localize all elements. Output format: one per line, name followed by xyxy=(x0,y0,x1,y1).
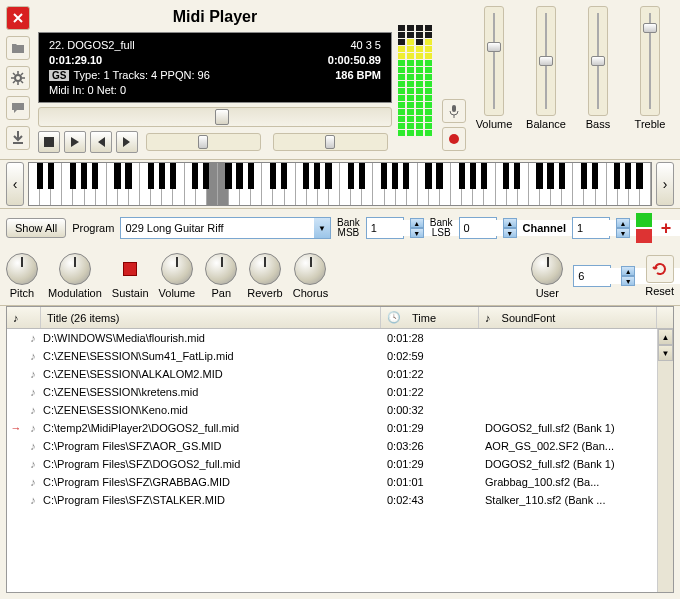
midi-info: Type: 1 Tracks: 4 PPQN: 96 xyxy=(73,69,209,81)
keyboard-scroll-left[interactable]: ‹ xyxy=(6,162,24,206)
indicator-red[interactable] xyxy=(636,229,652,243)
bpm: 186 BPM xyxy=(335,69,381,81)
playlist: ♪ Title (26 items) 🕓 Time ♪ SoundFont ♪D… xyxy=(6,306,674,593)
playlist-row[interactable]: ♪C:\Program Files\SFZ\AOR_GS.MID0:03:26A… xyxy=(7,437,657,455)
volume-slider[interactable] xyxy=(484,6,504,116)
svg-point-0 xyxy=(15,75,21,81)
svg-point-3 xyxy=(449,134,459,144)
program-label: Program xyxy=(72,222,114,234)
track-label: 22. DOGOS2_full xyxy=(49,39,135,51)
user-knob[interactable] xyxy=(531,253,563,285)
playlist-row[interactable]: ♪C:\ZENE\SESSION\ALKALOM2.MID0:01:22 xyxy=(7,365,657,383)
playlist-row[interactable]: ♪C:\Program Files\SFZ\DOGOS2_full.mid0:0… xyxy=(7,455,657,473)
chorus-knob[interactable] xyxy=(294,253,326,285)
open-file-button[interactable] xyxy=(6,36,30,60)
record-button[interactable] xyxy=(442,127,466,151)
scroll-up-icon[interactable]: ▲ xyxy=(658,329,673,345)
channel-spinner[interactable]: ▲▼ xyxy=(616,218,630,238)
user-value-field[interactable] xyxy=(573,265,611,287)
playlist-body[interactable]: ♪D:\WINDOWS\Media\flourish.mid0:01:28♪C:… xyxy=(7,329,657,592)
sustain-indicator[interactable] xyxy=(114,253,146,285)
svg-rect-2 xyxy=(452,105,456,112)
bank-lsb-field[interactable] xyxy=(459,217,497,239)
comment-button[interactable] xyxy=(6,96,30,120)
playlist-row[interactable]: ♪C:\Program Files\SFZ\STALKER.MID0:02:43… xyxy=(7,491,657,509)
volume-label: Volume xyxy=(476,118,513,130)
settings-button[interactable] xyxy=(6,66,30,90)
play-button[interactable] xyxy=(64,131,86,153)
program-input[interactable] xyxy=(121,220,314,236)
position-time: 0:01:29.10 xyxy=(49,54,102,66)
bank-msb-label: Bank MSB xyxy=(337,218,360,238)
bank-msb-spinner[interactable]: ▲▼ xyxy=(410,218,424,238)
pitch-knob-label: Pitch xyxy=(10,287,34,299)
modulation-knob[interactable] xyxy=(59,253,91,285)
chorus-knob-label: Chorus xyxy=(293,287,328,299)
playlist-row[interactable]: ♪C:\ZENE\SESSION\Sum41_FatLip.mid0:02:59 xyxy=(7,347,657,365)
treble-label: Treble xyxy=(635,118,666,130)
bass-slider[interactable] xyxy=(588,6,608,116)
sustain-label: Sustain xyxy=(112,287,149,299)
add-button[interactable]: + xyxy=(658,221,674,235)
reverb-knob-label: Reverb xyxy=(247,287,282,299)
col-time[interactable]: Time xyxy=(412,312,436,324)
scroll-down-icon[interactable]: ▼ xyxy=(658,345,673,361)
balance-slider[interactable] xyxy=(536,6,556,116)
piano-keyboard[interactable] xyxy=(28,162,652,206)
seek-slider[interactable] xyxy=(38,107,392,127)
pitch-slider[interactable] xyxy=(273,133,388,151)
indicator-green[interactable] xyxy=(636,213,652,227)
note-icon: ♪ xyxy=(13,312,19,324)
tempo-slider[interactable] xyxy=(146,133,261,151)
balance-label: Balance xyxy=(526,118,566,130)
keyboard-scroll-right[interactable]: › xyxy=(656,162,674,206)
scrollbar[interactable]: ▲ ▼ xyxy=(657,329,673,592)
channel-field[interactable] xyxy=(572,217,610,239)
playlist-row[interactable]: ♪C:\ZENE\SESSION\kretens.mid0:01:22 xyxy=(7,383,657,401)
level-meter xyxy=(398,6,434,136)
playlist-row[interactable]: →♪C:\temp2\MidiPlayer2\DOGOS2_full.mid0:… xyxy=(7,419,657,437)
reset-label: Reset xyxy=(645,285,674,297)
modulation-knob-label: Modulation xyxy=(48,287,102,299)
chevron-down-icon[interactable]: ▼ xyxy=(314,218,330,238)
treble-slider[interactable] xyxy=(640,6,660,116)
lcd-display: 22. DOGOS2_full40 3 5 0:01:29.100:00:50.… xyxy=(38,32,392,103)
pan-knob-label: Pan xyxy=(211,287,231,299)
pitch-knob[interactable] xyxy=(6,253,38,285)
program-combo[interactable]: ▼ xyxy=(120,217,331,239)
col-soundfont[interactable]: SoundFont xyxy=(502,312,556,324)
clock-icon: 🕓 xyxy=(387,311,401,324)
user-spinner[interactable]: ▲▼ xyxy=(621,266,635,286)
playlist-header: ♪ Title (26 items) 🕓 Time ♪ SoundFont xyxy=(7,307,673,329)
channel-label: Channel xyxy=(523,222,566,234)
bank-lsb-spinner[interactable]: ▲▼ xyxy=(503,218,517,238)
prev-button[interactable] xyxy=(90,131,112,153)
user-knob-label: User xyxy=(536,287,559,299)
close-button[interactable] xyxy=(6,6,30,30)
volume-knob[interactable] xyxy=(161,253,193,285)
show-all-button[interactable]: Show All xyxy=(6,218,66,238)
mic-button[interactable] xyxy=(442,99,466,123)
stop-button[interactable] xyxy=(38,131,60,153)
bank-lsb-label: Bank LSB xyxy=(430,218,453,238)
reset-button[interactable] xyxy=(646,255,674,283)
playlist-row[interactable]: ♪C:\ZENE\SESSION\Keno.mid0:00:32 xyxy=(7,401,657,419)
bank-msb-field[interactable] xyxy=(366,217,404,239)
note-icon: ♪ xyxy=(485,312,491,324)
midi-io: Midi In: 0 Net: 0 xyxy=(49,84,381,96)
playlist-row[interactable]: ♪D:\WINDOWS\Media\flourish.mid0:01:28 xyxy=(7,329,657,347)
app-title: Midi Player xyxy=(38,6,392,28)
volume-knob-label: Volume xyxy=(159,287,196,299)
gs-badge: GS xyxy=(49,70,69,81)
next-button[interactable] xyxy=(116,131,138,153)
counter: 40 3 5 xyxy=(350,39,381,51)
total-time: 0:00:50.89 xyxy=(328,54,381,66)
pan-knob[interactable] xyxy=(205,253,237,285)
col-title[interactable]: Title (26 items) xyxy=(47,312,119,324)
svg-rect-1 xyxy=(44,137,54,147)
reverb-knob[interactable] xyxy=(249,253,281,285)
download-button[interactable] xyxy=(6,126,30,150)
bass-label: Bass xyxy=(586,118,610,130)
playlist-row[interactable]: ♪C:\Program Files\SFZ\GRABBAG.MID0:01:01… xyxy=(7,473,657,491)
